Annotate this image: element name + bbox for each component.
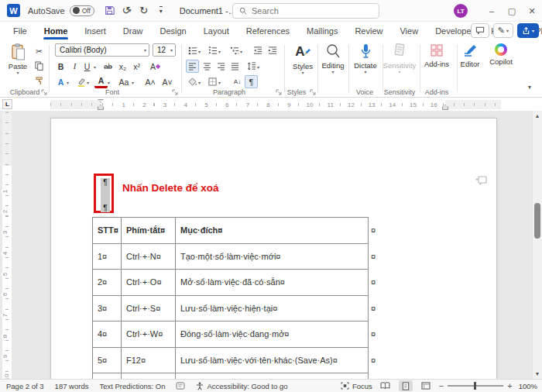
align-left-button[interactable] [186,60,199,73]
autosave-toggle[interactable]: Off [70,5,94,16]
sensitivity-button[interactable]: Sensitivity ▾ [382,43,417,87]
styles-button[interactable]: A Styles ▾ [286,43,320,87]
search-input[interactable]: Search [232,3,379,19]
underline-caret-icon[interactable]: ▾ [94,64,96,70]
table-header-cell[interactable]: Mục·đích¤ [176,218,369,244]
decrease-indent-button[interactable] [251,44,264,57]
clipboard-dialog-launcher[interactable] [41,89,47,95]
document-page[interactable]: ¶ ¶ Nhấn Delete để xoá STT¤Phím·tắt¤Mục·… [50,118,497,379]
increase-indent-button[interactable] [266,44,279,57]
add-ins-button[interactable]: Add-ins [420,43,454,87]
page-indicator[interactable]: Page 2 of 3 [6,382,44,390]
table-cell[interactable]: Đóng·sổ·làm·việc·đang·mở¤ [176,322,369,348]
copy-button[interactable] [33,59,46,72]
shading-button[interactable] [186,75,199,88]
format-painter-button[interactable] [33,74,46,87]
borders-button[interactable] [206,75,219,88]
tab-references[interactable]: References [239,23,297,40]
selected-paragraph-marks[interactable]: ¶ ¶ [101,178,110,212]
font-dialog-launcher[interactable] [172,89,178,95]
text-effects-button[interactable]: A [54,75,67,88]
tab-insert[interactable]: Insert [77,23,113,40]
print-layout-button[interactable] [399,380,413,391]
numbering-button[interactable] [206,44,219,57]
table-cell[interactable]: Ctrl·+·N¤ [122,243,176,270]
maximize-button[interactable]: ▢ [502,0,522,22]
table-cell[interactable]: 3¤ [93,295,122,322]
line-spacing-button[interactable] [245,60,258,73]
focus-mode-button[interactable]: Focus [341,382,372,390]
superscript-button[interactable]: x² [130,60,143,73]
table-cell[interactable]: 4¤ [93,322,122,348]
highlight-caret-icon[interactable]: ▾ [87,80,89,85]
table-cell[interactable]: Lưu·sổ·làm·việc·với·tên·khác·(Save·As)¤ [176,347,369,373]
table-header-cell[interactable]: Phím·tắt¤ [122,218,176,244]
justify-button[interactable] [228,60,242,73]
table-cell[interactable]: Tạo·một·sổ·làm·việc·mới¤ [176,243,369,270]
styles-dialog-launcher[interactable] [310,89,316,95]
sort-button[interactable]: A↓ [231,75,244,88]
underline-button[interactable]: U [81,60,94,73]
zoom-knob[interactable] [474,382,476,390]
tab-draw[interactable]: Draw [116,23,150,40]
subscript-button[interactable]: x₂ [116,60,129,73]
tab-design[interactable]: Design [153,23,193,40]
scroll-up-arrow-icon[interactable]: ▲ [533,113,542,119]
change-case-caret-icon[interactable]: ▾ [132,80,134,85]
font-color-caret-icon[interactable]: ▾ [108,80,110,85]
undo-button[interactable]: ↺▾ [119,3,135,19]
table-cell[interactable]: Ctrl·+·C¤ [122,373,176,380]
table-cell[interactable]: Ctrl·+·W¤ [122,322,176,348]
multilevel-caret-icon[interactable]: ▾ [240,49,242,54]
change-case-button[interactable]: Aa [115,75,132,88]
line-spacing-caret-icon[interactable]: ▾ [257,64,259,70]
paragraph-dialog-launcher[interactable] [276,89,282,95]
highlight-button[interactable] [74,75,87,88]
table-header-cell[interactable]: STT¤ [93,218,122,244]
clear-formatting-button[interactable]: A◆ [149,60,162,73]
zoom-out-button[interactable]: − [439,381,444,390]
dictate-button[interactable]: Dictate ▾ [348,43,382,87]
bold-button[interactable]: B [54,60,67,73]
table-cell[interactable]: F12¤ [122,347,176,373]
tab-file[interactable]: File [6,23,34,40]
paste-button[interactable]: Paste ▾ [5,43,31,87]
tab-view[interactable]: View [393,23,425,40]
word-count[interactable]: 187 words [55,382,89,390]
font-size-combo[interactable]: 12 ▾ [153,43,176,57]
vertical-scrollbar[interactable]: ▲ ▼ [532,111,542,379]
editing-button[interactable]: Editing ▾ [316,43,350,87]
comments-button[interactable] [471,23,489,38]
scrollbar-thumb[interactable] [534,203,540,239]
redo-button[interactable]: ↻ [136,3,152,19]
numbering-caret-icon[interactable]: ▾ [218,49,221,54]
zoom-track[interactable] [448,385,503,387]
borders-caret-icon[interactable]: ▾ [218,80,221,85]
zoom-in-button[interactable]: + [507,381,512,390]
customize-toolbar-button[interactable]: ▾ [153,3,169,19]
table-cell[interactable]: Sao·chép·vùng·chọn¤ [176,373,369,380]
web-layout-button[interactable] [419,380,433,391]
table-cell[interactable]: Mở·sổ·làm·việc·đã·có·sẵn¤ [176,270,369,296]
align-center-button[interactable] [201,60,214,73]
share-button[interactable]: ▾ [517,23,539,38]
save-button[interactable] [102,3,118,19]
table-cell[interactable]: Ctrl·+·S¤ [122,295,176,322]
drawing-button[interactable]: ✎▾ [493,23,513,38]
italic-button[interactable]: I [68,60,81,73]
tab-home[interactable]: Home [37,23,75,40]
read-mode-button[interactable] [379,380,393,391]
bullets-button[interactable] [186,44,199,57]
cut-button[interactable]: ✂ [33,44,46,57]
table-cell[interactable]: Ctrl·+·O¤ [122,270,176,296]
tab-layout[interactable]: Layout [197,23,236,40]
minimize-button[interactable]: – [482,0,502,22]
tab-mailings[interactable]: Mailings [300,23,345,40]
avatar[interactable]: LT [454,4,468,18]
scroll-down-arrow-icon[interactable]: ▼ [533,371,542,377]
align-right-button[interactable] [214,60,228,73]
zoom-level[interactable]: 100% [519,382,537,390]
font-color-button[interactable]: A [94,75,108,88]
table-cell[interactable]: 1¤ [93,243,122,270]
show-formatting-marks-button[interactable]: ¶ [245,75,258,88]
